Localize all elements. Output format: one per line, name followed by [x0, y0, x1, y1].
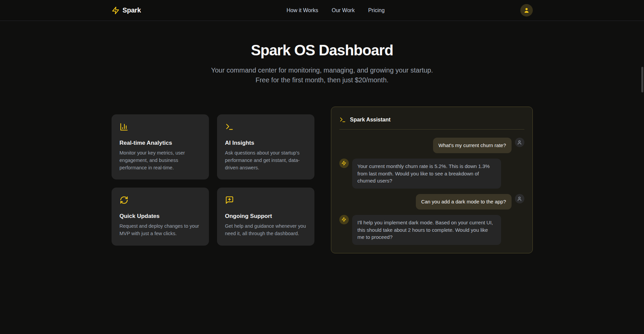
chat-title: Spark Assistant: [350, 117, 391, 123]
feature-description: Get help and guidance whenever you need …: [225, 223, 306, 238]
user-message-bubble: What's my current churn rate?: [433, 138, 511, 153]
terminal-icon: [225, 122, 234, 131]
chat-message-user: What's my current churn rate?: [339, 138, 524, 153]
chat-message-assistant: Your current monthly churn rate is 5.2%.…: [339, 159, 524, 189]
zap-icon: [341, 217, 346, 222]
user-avatar: [515, 138, 524, 147]
feature-title: Quick Updates: [120, 213, 201, 220]
chat-message-assistant: I'll help you implement dark mode. Based…: [339, 215, 524, 245]
zap-icon: [112, 6, 120, 15]
feature-description: Request and deploy changes to your MVP w…: [120, 223, 201, 238]
feature-title: Real-time Analytics: [120, 140, 201, 146]
spark-assistant-panel: Spark Assistant What's my current churn …: [331, 107, 533, 253]
user-icon: [517, 140, 522, 145]
feature-title: AI Insights: [225, 140, 306, 146]
assistant-message-bubble: Your current monthly churn rate is 5.2%.…: [352, 159, 501, 189]
feature-description: Ask questions about your startup's perfo…: [225, 149, 306, 171]
user-filled-icon: [523, 7, 530, 13]
bar-chart-icon: [120, 122, 128, 131]
user-icon: [517, 196, 522, 201]
brand-name: Spark: [123, 6, 141, 14]
refresh-icon: [120, 196, 128, 204]
chat-messages: What's my current churn rate? Your curre…: [339, 130, 524, 245]
feature-card-ongoing-support: Ongoing Support Get help and guidance wh…: [217, 188, 314, 246]
main-content: Spark OS Dashboard Your command center f…: [0, 21, 644, 253]
user-avatar: [515, 194, 524, 203]
zap-icon: [341, 161, 346, 166]
feature-title: Ongoing Support: [225, 213, 306, 220]
feature-card-ai-insights: AI Insights Ask questions about your sta…: [217, 114, 314, 179]
feature-description: Monitor your key metrics, user engagemen…: [120, 149, 201, 171]
user-message-bubble: Can you add a dark mode to the app?: [416, 194, 512, 210]
header: Spark How it Works Our Work Pricing: [0, 0, 644, 21]
message-square-plus-icon: [225, 196, 234, 204]
chat-header: Spark Assistant: [339, 115, 524, 130]
assistant-avatar: [339, 215, 349, 224]
scrollbar-thumb[interactable]: [641, 67, 643, 92]
main-nav: How it Works Our Work Pricing: [276, 7, 385, 13]
terminal-icon: [339, 116, 346, 123]
nav-our-work[interactable]: Our Work: [332, 7, 355, 13]
page-subtitle: Your command center for monitoring, mana…: [206, 65, 438, 85]
page-title: Spark OS Dashboard: [0, 42, 644, 59]
feature-grid: Real-time Analytics Monitor your key met…: [112, 114, 314, 246]
chat-message-user: Can you add a dark mode to the app?: [339, 194, 524, 210]
feature-card-quick-updates: Quick Updates Request and deploy changes…: [112, 188, 209, 246]
nav-pricing[interactable]: Pricing: [368, 7, 385, 13]
content-section: Real-time Analytics Monitor your key met…: [112, 107, 533, 253]
brand-logo[interactable]: Spark: [112, 6, 141, 15]
account-avatar-button[interactable]: [520, 4, 533, 17]
hero-section: Spark OS Dashboard Your command center f…: [0, 21, 644, 85]
nav-how-it-works[interactable]: How it Works: [286, 7, 318, 13]
assistant-message-bubble: I'll help you implement dark mode. Based…: [352, 215, 501, 245]
feature-card-realtime-analytics: Real-time Analytics Monitor your key met…: [112, 114, 209, 179]
assistant-avatar: [339, 159, 349, 168]
